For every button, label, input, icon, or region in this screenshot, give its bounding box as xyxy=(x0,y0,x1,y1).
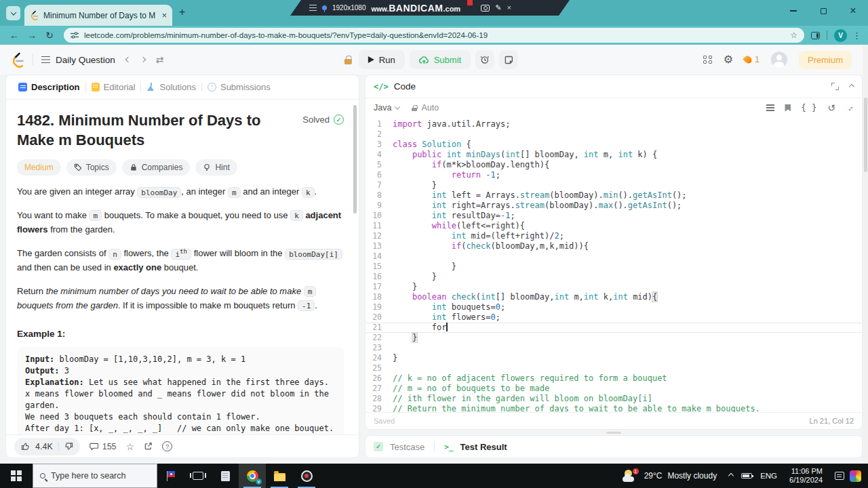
action-center-button[interactable] xyxy=(829,464,850,488)
back-button[interactable]: ← xyxy=(7,30,22,41)
tab-editorial[interactable]: Editorial xyxy=(86,82,141,92)
camera-icon[interactable] xyxy=(481,5,490,12)
description-scrollbar[interactable] xyxy=(353,105,357,214)
line-number: 11 xyxy=(366,221,393,231)
testcase-check-icon: ✓ xyxy=(374,442,383,451)
record-indicator-icon xyxy=(467,0,473,5)
address-bar[interactable]: leetcode.com/problems/minimum-number-of-… xyxy=(64,28,804,43)
layout-grid-icon[interactable] xyxy=(703,56,712,64)
random-problem-icon[interactable]: ⇄ xyxy=(156,54,164,65)
new-tab-button[interactable]: + xyxy=(179,7,185,18)
taskbar-weather[interactable]: 1 29°C Mostly cloudy xyxy=(616,464,724,488)
hidden-icons-chevron[interactable] xyxy=(728,473,734,479)
reset-code-icon[interactable]: ↺ xyxy=(827,103,835,113)
input-language[interactable]: ENG xyxy=(760,472,777,480)
tab-description[interactable]: Description xyxy=(13,82,85,92)
tab-search-button[interactable] xyxy=(6,6,20,20)
hint-badge[interactable]: Hint xyxy=(195,159,237,176)
site-settings-icon[interactable] xyxy=(71,32,79,39)
comments-button[interactable]: 155 xyxy=(90,442,117,451)
bookmark-icon[interactable] xyxy=(785,104,791,112)
tab-testcase[interactable]: Testcase xyxy=(390,442,425,452)
task-view-button[interactable] xyxy=(184,464,212,488)
side-panel-icon[interactable] xyxy=(811,32,820,39)
code-editor[interactable]: 1import java.util.Arrays;23class Solutio… xyxy=(366,117,862,412)
windows-taskbar: V 1 29°C Mostly cloudy ENG 11:06 PM 6/19… xyxy=(0,464,868,488)
bandicam-menu-icon[interactable] xyxy=(309,5,317,11)
taskbar-clock[interactable]: 11:06 PM 6/19/2024 xyxy=(783,464,829,488)
line-number: 1 xyxy=(366,119,393,129)
companies-badge[interactable]: Companies xyxy=(122,159,191,176)
start-button[interactable] xyxy=(0,464,33,488)
window-maximize-button[interactable] xyxy=(808,0,838,22)
search-input[interactable] xyxy=(51,471,146,481)
format-code-icon[interactable] xyxy=(766,104,774,111)
taskbar-app-notepad[interactable] xyxy=(212,464,239,488)
notes-button[interactable] xyxy=(499,50,518,69)
favorite-star-icon[interactable]: ☆ xyxy=(126,441,135,452)
difficulty-badge[interactable]: Medium xyxy=(17,159,61,176)
close-icon: × xyxy=(850,5,856,17)
autocomplete-label[interactable]: Auto xyxy=(421,103,439,113)
taskbar-app-bandicam[interactable] xyxy=(293,464,320,488)
window-minimize-button[interactable] xyxy=(778,0,808,22)
debugger-lock-icon[interactable] xyxy=(344,56,353,64)
tab-close-icon[interactable]: × xyxy=(161,10,167,20)
thumbs-down-icon[interactable] xyxy=(64,442,73,451)
example-line: Output: 3 xyxy=(25,365,336,377)
resize-handle[interactable] xyxy=(606,432,621,434)
timer-button[interactable] xyxy=(475,50,494,69)
comment-count: 155 xyxy=(102,442,117,451)
next-problem-icon[interactable] xyxy=(140,57,146,62)
expand-editor-icon[interactable]: ↔ xyxy=(844,102,856,114)
tab-test-result[interactable]: Test Result xyxy=(460,442,507,452)
window-close-button[interactable]: × xyxy=(838,0,868,22)
line-number: 13 xyxy=(366,241,393,251)
help-icon[interactable]: ? xyxy=(162,441,172,451)
tab-submissions[interactable]: Submissions xyxy=(202,82,276,92)
taskbar-app-chrome[interactable]: V xyxy=(239,464,266,488)
leetcode-logo[interactable] xyxy=(11,52,24,68)
scrollbar-thumb[interactable] xyxy=(864,98,867,172)
submit-button[interactable]: Submit xyxy=(410,50,471,69)
browser-menu-icon[interactable]: ⋮ xyxy=(852,30,861,41)
pin-icon[interactable] xyxy=(322,5,327,10)
prev-problem-icon[interactable] xyxy=(125,57,131,62)
daily-question-nav[interactable]: Daily Question xyxy=(56,55,115,65)
daily-streak[interactable]: 1 xyxy=(745,55,760,64)
line-number: 16 xyxy=(366,272,393,282)
tab-solutions[interactable]: Solutions xyxy=(141,82,201,92)
line-number: 4 xyxy=(366,150,393,160)
reload-button[interactable]: ↻ xyxy=(42,30,57,41)
bandicam-watermark: www.BANDICAM.com xyxy=(372,3,461,14)
forward-button[interactable]: → xyxy=(24,30,39,41)
share-icon[interactable] xyxy=(144,442,153,451)
gear-icon[interactable]: ⚙ xyxy=(724,54,733,65)
brackets-icon[interactable]: { } xyxy=(801,103,817,113)
bookmark-star-icon[interactable]: ☆ xyxy=(790,30,797,40)
collapse-panel-icon[interactable] xyxy=(849,83,854,89)
taskbar-app-colorful-icon[interactable] xyxy=(850,470,861,482)
lightbulb-icon xyxy=(203,163,211,172)
thumbs-up-icon[interactable] xyxy=(21,442,30,451)
fullscreen-icon[interactable] xyxy=(831,83,839,90)
battery-icon[interactable] xyxy=(741,473,752,479)
line-number: 12 xyxy=(366,231,393,241)
taskbar-flag-icon[interactable] xyxy=(157,464,184,488)
pencil-icon[interactable]: ✎ xyxy=(495,3,501,12)
taskbar-search[interactable] xyxy=(33,464,157,488)
language-selector[interactable]: Java xyxy=(374,103,391,113)
run-button[interactable]: Run xyxy=(359,50,405,69)
user-avatar[interactable] xyxy=(771,52,787,68)
browser-profile-avatar[interactable]: V xyxy=(834,29,847,42)
problem-list-icon[interactable] xyxy=(41,56,50,64)
taskbar-app-file-explorer[interactable] xyxy=(266,464,293,488)
browser-tab-active[interactable]: Minimum Number of Days to M × xyxy=(24,5,172,26)
chevron-down-icon[interactable] xyxy=(395,104,400,109)
page-scrollbar[interactable] xyxy=(863,45,868,464)
line-number: 15 xyxy=(366,262,393,272)
problem-content: 1482. Minimum Number of Days to Make m B… xyxy=(6,100,359,434)
bandicam-close-icon[interactable]: × xyxy=(507,4,511,12)
premium-button[interactable]: Premium xyxy=(799,51,852,69)
topics-badge[interactable]: Topics xyxy=(66,159,117,176)
